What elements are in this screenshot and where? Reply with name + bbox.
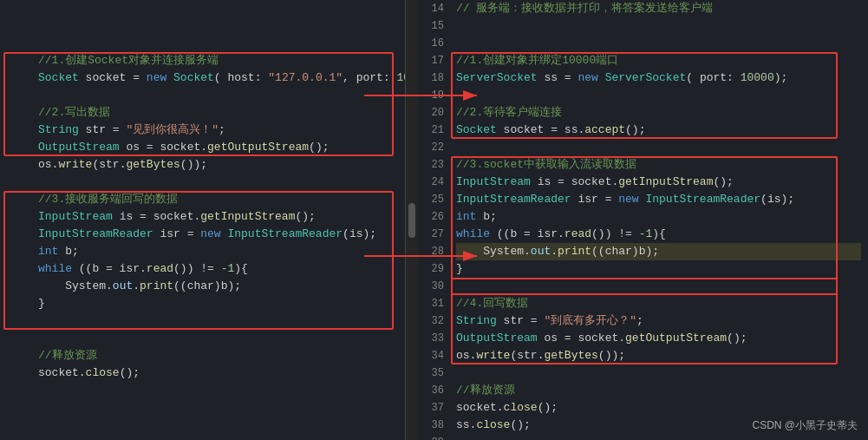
line-number [0, 208, 26, 226]
line-number: 19 [418, 87, 444, 104]
line-number [0, 35, 26, 52]
right-code-line [456, 17, 861, 35]
right-panel: 1415161718192021222324252627282930313233… [418, 0, 868, 440]
line-number: 15 [418, 17, 444, 35]
right-code-line: OutputStream os = socket.getOutputStream… [456, 330, 861, 347]
line-number: 32 [418, 312, 444, 330]
right-code-line [456, 364, 861, 382]
line-number: 17 [418, 52, 444, 69]
right-code-line: InputStream is = socket.getInputStream()… [456, 174, 861, 191]
right-code-line [456, 434, 861, 440]
left-code-line: Socket socket = new Socket( host: "127.0… [38, 69, 398, 87]
line-number: 23 [418, 156, 444, 174]
left-code-line [38, 0, 398, 17]
left-code-line: InputStreamReader isr = new InputStreamR… [38, 226, 398, 243]
scroll-thumb[interactable] [408, 203, 415, 238]
line-number [0, 104, 26, 121]
left-code-line [38, 330, 398, 347]
right-code-line [456, 278, 861, 295]
line-number: 31 [418, 295, 444, 312]
left-code-line: //2.写出数据 [38, 104, 398, 121]
left-code-line: OutputStream os = socket.getOutputStream… [38, 139, 398, 156]
line-number [0, 17, 26, 35]
line-number [0, 312, 26, 330]
right-code-area: // 服务端：接收数据并打印，将答案发送给客户端 //1.创建对象并绑定1000… [449, 0, 868, 440]
right-line-numbers: 1415161718192021222324252627282930313233… [418, 0, 449, 440]
left-code-line: os.write(str.getBytes()); [38, 156, 398, 174]
line-number: 16 [418, 35, 444, 52]
line-number [0, 278, 26, 295]
watermark-text: CSDN @小黑子史蒂夫 [752, 419, 858, 431]
left-code-line [38, 174, 398, 191]
line-number: 36 [418, 382, 444, 399]
line-number [0, 260, 26, 278]
line-number [0, 347, 26, 364]
line-number [0, 191, 26, 208]
left-code-line: //释放资源 [38, 347, 398, 364]
right-code-line [456, 87, 861, 104]
right-code-line: os.write(str.getBytes()); [456, 347, 861, 364]
right-code-line: while ((b = isr.read()) != -1){ [456, 226, 861, 243]
left-code-line: //1.创建Socket对象并连接服务端 [38, 52, 398, 69]
left-code-line: //3.接收服务端回写的数据 [38, 191, 398, 208]
line-number [0, 174, 26, 191]
line-number [0, 364, 26, 382]
left-code-line [38, 312, 398, 330]
line-number: 34 [418, 347, 444, 364]
right-code-line: //2.等待客户端连接 [456, 104, 861, 121]
line-number [0, 226, 26, 243]
right-code-line: //释放资源 [456, 382, 861, 399]
editor-container: //1.创建Socket对象并连接服务端Socket socket = new … [0, 0, 868, 440]
right-code-line [456, 35, 861, 52]
line-number: 22 [418, 139, 444, 156]
left-code-line: } [38, 295, 398, 312]
left-code-line: while ((b = isr.read()) != -1){ [38, 260, 398, 278]
line-number [0, 330, 26, 347]
left-code-line: String str = "见到你很高兴！"; [38, 121, 398, 139]
left-code-line [38, 17, 398, 35]
left-code-line: socket.close(); [38, 364, 398, 382]
right-code-line: ServerSocket ss = new ServerSocket( port… [456, 69, 861, 87]
right-code-line: // 服务端：接收数据并打印，将答案发送给客户端 [456, 0, 861, 17]
line-number [0, 0, 26, 17]
line-number [0, 156, 26, 174]
line-number [0, 295, 26, 312]
line-number: 28 [418, 243, 444, 260]
line-number: 27 [418, 226, 444, 243]
line-number [0, 121, 26, 139]
line-number [0, 87, 26, 104]
left-code-area: //1.创建Socket对象并连接服务端Socket socket = new … [31, 0, 405, 440]
right-code-line: System.out.print((char)b); [456, 243, 861, 260]
line-number: 29 [418, 260, 444, 278]
line-number: 37 [418, 399, 444, 417]
right-code-line: Socket socket = ss.accept(); [456, 121, 861, 139]
line-number: 20 [418, 104, 444, 121]
line-number: 24 [418, 174, 444, 191]
left-code-line: int b; [38, 243, 398, 260]
line-number: 39 [418, 434, 444, 440]
left-panel: //1.创建Socket对象并连接服务端Socket socket = new … [0, 0, 406, 440]
line-number: 25 [418, 191, 444, 208]
right-code-line: socket.close(); [456, 399, 861, 417]
line-number [0, 243, 26, 260]
left-code-line [38, 35, 398, 52]
line-number: 30 [418, 278, 444, 295]
watermark: CSDN @小黑子史蒂夫 [752, 418, 858, 433]
line-number [0, 139, 26, 156]
right-code-line: int b; [456, 208, 861, 226]
line-number: 14 [418, 0, 444, 17]
line-number: 18 [418, 69, 444, 87]
left-code-line [38, 87, 398, 104]
right-code-line: //1.创建对象并绑定10000端口 [456, 52, 861, 69]
right-code-line: String str = "到底有多开心？"; [456, 312, 861, 330]
line-number: 21 [418, 121, 444, 139]
left-code-line: InputStream is = socket.getInputStream()… [38, 208, 398, 226]
line-number: 35 [418, 364, 444, 382]
right-code-line: InputStreamReader isr = new InputStreamR… [456, 191, 861, 208]
line-number: 33 [418, 330, 444, 347]
right-code-line: //4.回写数据 [456, 295, 861, 312]
scrollbar[interactable] [406, 0, 418, 440]
left-line-numbers [0, 0, 31, 440]
right-code-line: } [456, 260, 861, 278]
right-code-line [456, 139, 861, 156]
